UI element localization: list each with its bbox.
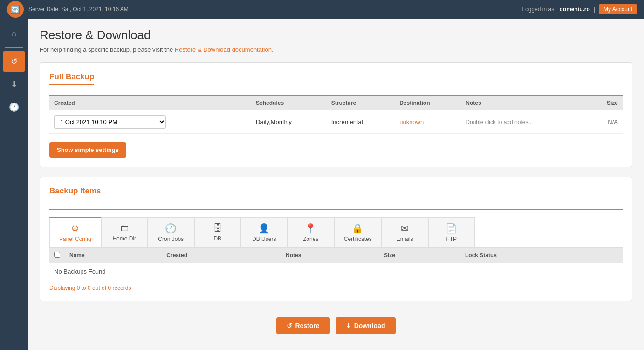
destination-cell: unknown xyxy=(395,110,461,134)
backup-items-card: Backup Items ⚙ Panel Config 🗀 Home Dir 🕐… xyxy=(40,177,632,301)
emails-icon: ✉ xyxy=(401,223,409,234)
download-icon: ⬇ xyxy=(346,322,351,329)
table-row: 1 Oct 2021 10:10 PM Daily,Monthly Increm… xyxy=(49,110,623,134)
items-table: Name Created Notes Size Lock Status No B… xyxy=(49,248,623,280)
col-created: Created xyxy=(49,96,251,110)
show-simple-settings-button[interactable]: Show simple settings xyxy=(49,142,126,158)
tab-home-dir[interactable]: 🗀 Home Dir xyxy=(101,217,148,247)
tab-home-dir-label: Home Dir xyxy=(112,235,136,242)
topbar-divider: | xyxy=(594,6,595,13)
col-checkbox xyxy=(49,248,65,263)
certificates-icon: 🔒 xyxy=(352,223,363,234)
col-lock-status: Lock Status xyxy=(460,248,623,263)
full-backup-title: Full Backup xyxy=(49,72,94,85)
tab-emails-label: Emails xyxy=(397,236,413,242)
col-created: Created xyxy=(162,248,281,263)
col-destination: Destination xyxy=(395,96,461,110)
full-backup-card: Full Backup Created Schedules Structure … xyxy=(40,62,632,167)
download-button[interactable]: ⬇ Download xyxy=(336,317,396,334)
tab-cron-jobs-label: Cron Jobs xyxy=(158,236,184,242)
full-backup-table: Created Schedules Structure Destination … xyxy=(49,96,623,134)
col-notes: Notes xyxy=(461,96,588,110)
col-schedules: Schedules xyxy=(251,96,327,110)
col-size: Size xyxy=(379,248,460,263)
topbar: 🔄 Server Date: Sat, Oct 1, 2021, 10:16 A… xyxy=(0,0,644,19)
tab-panel-config-label: Panel Config xyxy=(59,236,91,242)
app-logo: 🔄 xyxy=(7,1,24,18)
tab-panel-config[interactable]: ⚙ Panel Config xyxy=(49,217,101,247)
sidebar-divider xyxy=(5,47,23,48)
sidebar: ⌂ ↺ ⬇ 🕐 xyxy=(0,19,28,350)
logged-in-prefix: Logged in as: xyxy=(522,6,555,13)
displaying-text: Displaying 0 to 0 out of 0 records xyxy=(49,285,623,291)
col-name: Name xyxy=(65,248,162,263)
logged-in-user: domeniu.ro xyxy=(560,6,590,13)
topbar-right: Logged in as: domeniu.ro | My Account xyxy=(522,4,637,14)
restore-button[interactable]: ↺ Restore xyxy=(276,317,329,334)
sidebar-item-restore[interactable]: ↺ xyxy=(3,51,25,72)
tab-db-users[interactable]: 👤 DB Users xyxy=(241,217,288,247)
structure-cell: Incremental xyxy=(327,110,395,134)
server-date: Server Date: Sat, Oct 1, 2021, 10:16 AM xyxy=(28,6,129,13)
empty-row: No Backups Found xyxy=(49,263,623,280)
tab-db-users-label: DB Users xyxy=(252,236,276,242)
restore-icon: ↺ xyxy=(287,322,292,329)
sidebar-item-history[interactable]: 🕐 xyxy=(3,97,25,117)
topbar-left: 🔄 Server Date: Sat, Oct 1, 2021, 10:16 A… xyxy=(7,1,129,18)
col-notes: Notes xyxy=(281,248,379,263)
home-dir-icon: 🗀 xyxy=(120,223,129,233)
download-label: Download xyxy=(354,322,385,329)
tab-cron-jobs[interactable]: 🕐 Cron Jobs xyxy=(148,217,194,247)
size-cell: N/A xyxy=(589,110,623,134)
schedules-cell: Daily,Monthly xyxy=(251,110,327,134)
tab-db[interactable]: 🗄 DB xyxy=(194,217,241,247)
tab-zones[interactable]: 📍 Zones xyxy=(288,217,334,247)
panel-config-icon: ⚙ xyxy=(71,223,79,234)
help-text: For help finding a specific backup, plea… xyxy=(40,46,632,53)
tab-zones-label: Zones xyxy=(303,236,318,242)
restore-label: Restore xyxy=(295,322,319,329)
my-account-button[interactable]: My Account xyxy=(599,4,637,14)
main-content: Restore & Download For help finding a sp… xyxy=(28,19,644,350)
col-structure: Structure xyxy=(327,96,395,110)
ftp-icon: 📄 xyxy=(445,223,457,234)
created-date-select[interactable]: 1 Oct 2021 10:10 PM xyxy=(54,115,166,129)
db-icon: 🗄 xyxy=(213,223,222,233)
backup-items-title: Backup Items xyxy=(49,186,101,199)
help-text-prefix: For help finding a specific backup, plea… xyxy=(40,46,173,53)
select-all-checkbox[interactable] xyxy=(54,252,60,258)
bottom-bar: ↺ Restore ⬇ Download xyxy=(40,310,632,339)
sidebar-item-download[interactable]: ⬇ xyxy=(3,74,25,95)
sidebar-item-home[interactable]: ⌂ xyxy=(3,23,25,44)
tab-emails[interactable]: ✉ Emails xyxy=(382,217,428,247)
created-cell[interactable]: 1 Oct 2021 10:10 PM xyxy=(49,110,251,134)
backup-items-tabs: ⚙ Panel Config 🗀 Home Dir 🕐 Cron Jobs 🗄 … xyxy=(49,217,623,248)
zones-icon: 📍 xyxy=(305,223,316,234)
db-users-icon: 👤 xyxy=(258,223,270,234)
cron-jobs-icon: 🕐 xyxy=(165,223,177,234)
empty-message: No Backups Found xyxy=(49,263,623,280)
page-title: Restore & Download xyxy=(40,28,632,42)
col-size: Size xyxy=(589,96,623,110)
tab-db-label: DB xyxy=(213,235,221,242)
tab-ftp-label: FTP xyxy=(446,236,457,242)
notes-cell[interactable]: Double click to add notes... xyxy=(461,110,588,134)
tab-certificates-label: Certificates xyxy=(344,236,372,242)
tab-certificates[interactable]: 🔒 Certificates xyxy=(334,217,382,247)
tab-ftp[interactable]: 📄 FTP xyxy=(428,217,475,247)
help-link[interactable]: Restore & Download documentation. xyxy=(175,46,274,53)
